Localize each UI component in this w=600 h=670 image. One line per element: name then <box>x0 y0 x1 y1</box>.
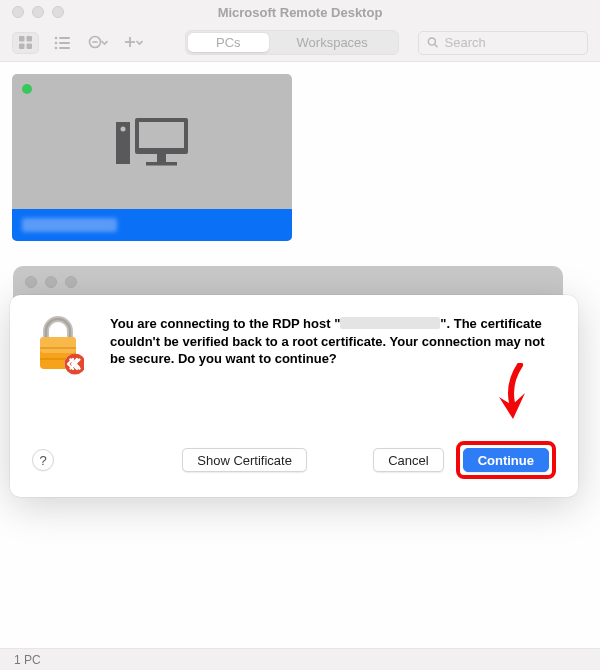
redacted-hostname <box>22 218 117 232</box>
filter-icon <box>88 35 108 51</box>
pcs-grid <box>0 62 600 253</box>
traffic-light-zoom[interactable] <box>52 6 64 18</box>
svg-point-14 <box>428 38 435 45</box>
svg-text:✕: ✕ <box>69 355 82 372</box>
svg-point-4 <box>55 36 58 39</box>
add-menu-button[interactable] <box>121 32 147 54</box>
traffic-light-minimize <box>45 276 57 288</box>
filter-menu-button[interactable] <box>85 32 111 54</box>
dialog-message-prefix: You are connecting to the RDP host " <box>110 316 340 331</box>
svg-rect-0 <box>19 36 25 42</box>
grid-icon <box>18 35 33 50</box>
layout-grid-button[interactable] <box>12 32 39 54</box>
svg-rect-2 <box>19 44 25 50</box>
cert-lock-icon: ✕ <box>32 315 84 379</box>
tab-pcs[interactable]: PCs <box>188 33 269 52</box>
svg-point-6 <box>55 41 58 44</box>
pc-tile[interactable] <box>12 74 292 241</box>
status-indicator-online-icon <box>22 84 32 94</box>
plus-icon <box>124 35 144 51</box>
pc-tile-label <box>12 209 292 241</box>
certificate-warning-dialog: ✕ You are connecting to the RDP host "".… <box>10 295 578 497</box>
status-bar: 1 PC <box>0 648 600 670</box>
traffic-light-zoom <box>65 276 77 288</box>
main-toolbar: PCs Workspaces <box>0 24 600 62</box>
traffic-light-close[interactable] <box>12 6 24 18</box>
view-segmented-control: PCs Workspaces <box>185 30 399 55</box>
svg-rect-3 <box>27 44 33 50</box>
window-title: Microsoft Remote Desktop <box>0 5 600 20</box>
desktop-icon <box>116 118 188 176</box>
traffic-light-minimize[interactable] <box>32 6 44 18</box>
search-field-container[interactable] <box>418 31 588 55</box>
search-input[interactable] <box>445 35 580 50</box>
tab-workspaces[interactable]: Workspaces <box>269 33 396 52</box>
status-pc-count: 1 PC <box>14 653 41 667</box>
svg-point-17 <box>121 127 126 132</box>
layout-list-button[interactable] <box>49 32 75 54</box>
svg-rect-1 <box>27 36 33 42</box>
svg-rect-9 <box>59 47 70 49</box>
dialog-message: You are connecting to the RDP host "". T… <box>110 315 556 379</box>
continue-button[interactable]: Continue <box>463 448 549 472</box>
svg-rect-21 <box>146 162 177 166</box>
show-certificate-button[interactable]: Show Certificate <box>182 448 307 472</box>
cancel-button[interactable]: Cancel <box>373 448 443 472</box>
svg-rect-7 <box>59 42 70 44</box>
annotation-highlight: Continue <box>456 441 556 479</box>
svg-rect-23 <box>40 337 76 353</box>
svg-point-8 <box>55 46 58 49</box>
redacted-hostname <box>340 317 440 329</box>
search-icon <box>427 36 439 49</box>
list-icon <box>54 36 70 50</box>
traffic-light-close <box>25 276 37 288</box>
svg-line-15 <box>435 44 438 47</box>
svg-rect-5 <box>59 37 70 39</box>
help-button[interactable]: ? <box>32 449 54 471</box>
svg-rect-19 <box>139 122 184 148</box>
svg-rect-20 <box>157 154 166 162</box>
window-title-bar: Microsoft Remote Desktop <box>0 0 600 24</box>
